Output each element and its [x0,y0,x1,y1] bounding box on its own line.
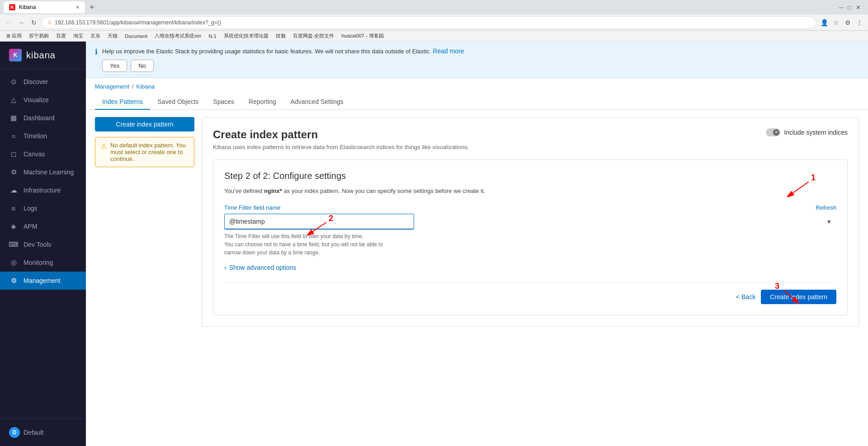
bookmark-tianmao[interactable]: 天猫 [105,32,120,40]
bookmark-system[interactable]: 系统优化技术理论题 [221,32,271,40]
chevron-down-icon: ▼ [826,219,832,225]
bookmark-suning[interactable]: 苏宁易购 [26,32,52,40]
sidebar-label-timelion: Timelion [24,132,47,140]
url-text: 192.168.153.179:5601/app/kibana#/managem… [55,19,221,26]
sidebar-label-monitoring: Monitoring [24,259,53,266]
show-advanced-label: Show advanced options [229,264,297,271]
apps-icon: ⊞ [6,33,10,39]
url-bar[interactable]: ⚠ 192.168.153.179:5601/app/kibana#/manag… [42,16,816,29]
visualize-icon: △ [9,95,18,104]
sidebar-item-logs[interactable]: ≡ Logs [0,199,86,217]
sidebar-item-visualize[interactable]: △ Visualize [0,91,86,109]
refresh-link[interactable]: Refresh [816,204,836,211]
maximize-button[interactable]: □ [848,4,851,11]
sidebar-label-logs: Logs [24,205,37,212]
back-button[interactable]: < Back [736,293,755,300]
minimize-button[interactable]: ─ [839,4,843,11]
sidebar-item-timelion[interactable]: ≈ Timelion [0,127,86,145]
include-system-label: Include system indices [784,129,848,136]
sidebar-item-machine-learning[interactable]: ⚙ Machine Learning [0,163,86,181]
sidebar-item-dashboard[interactable]: ▦ Dashboard [0,109,86,127]
include-system-toggle-group: ✕ Include system indices [766,128,848,136]
tab-advanced-settings[interactable]: Advanced Settings [283,94,351,110]
tab-spaces[interactable]: Spaces [206,94,241,110]
breadcrumb-separator: / [132,83,134,90]
tab-reporting[interactable]: Reporting [241,94,283,110]
yes-button[interactable]: Yes [102,60,127,72]
extensions-button[interactable]: ⚙ [843,18,853,28]
bookmark-jimai[interactable]: 技魅 [273,32,288,40]
warning-icon: ⚠ [101,142,107,162]
sidebar-item-management[interactable]: ⚙ Management [0,272,86,290]
timestamp-select[interactable]: @timestamp [224,214,414,230]
hint-line1: The Time Filter will use this field to f… [224,233,363,239]
sidebar-label-dashboard: Dashboard [24,114,55,122]
forward-navigation-button[interactable]: → [16,18,26,28]
bookmark-baidupan[interactable]: 百度网盘-全部文件 [290,32,337,40]
sidebar-user-item[interactable]: D Default [0,423,86,442]
bookmark-jd[interactable]: 京东 [88,32,103,40]
close-button[interactable]: ✕ [856,4,861,11]
sidebar-label-canvas: Canvas [24,150,45,158]
include-system-toggle[interactable]: ✕ [766,128,780,136]
breadcrumb-current-link[interactable]: Kibana [137,83,155,90]
form-title: Create index pattern [213,128,766,141]
notification-text: Help us improve the Elastic Stack by pro… [102,48,431,55]
bookmark-button[interactable]: ☆ [831,18,841,28]
bookmark-apps[interactable]: ⊞ 应用 [4,32,24,40]
sidebar-label-apm: APM [24,223,37,230]
step-description: You've defined nginx* as your index patt… [224,187,836,196]
read-more-link[interactable]: Read more [433,47,464,55]
new-tab-button[interactable]: + [85,1,99,14]
sidebar-item-dev-tools[interactable]: ⌨ Dev Tools [0,235,86,254]
sidebar-item-infrastructure[interactable]: ☁ Infrastructure [0,181,86,199]
sidebar-item-discover[interactable]: ⊙ Discover [0,73,86,91]
sidebar-item-canvas[interactable]: ◻ Canvas [0,145,86,163]
tab-saved-objects[interactable]: Saved Objects [150,94,206,110]
user-profile-button[interactable]: 👤 [819,18,829,28]
bookmark-n1[interactable]: N.1 [206,33,219,39]
breadcrumb-management-link[interactable]: Management [95,83,129,90]
bookmark-huazai[interactable]: huazai007 - 博客园 [339,32,387,40]
step-title: Step 2 of 2: Configure settings [224,171,836,181]
notification-buttons: Yes No [102,60,464,72]
monitoring-icon: ◎ [9,258,18,267]
form-footer: < Back Create index pattern [224,282,836,304]
show-advanced-options[interactable]: › Show advanced options [224,264,836,271]
tab-index-patterns[interactable]: Index Patterns [95,94,150,110]
browser-tab[interactable]: K Kibana ✕ [4,1,85,13]
bookmark-baidu[interactable]: 百度 [53,32,69,40]
create-index-pattern-submit-button[interactable]: Create index pattern [761,290,836,304]
field-label-row: Time Filter field name Refresh [224,204,836,211]
infrastructure-icon: ☁ [9,186,18,195]
lock-icon: ⚠ [47,19,52,25]
hint-line2: You can choose not to have a time field,… [224,241,383,248]
sidebar: K kibana ⊙ Discover △ Visualize ▦ Dashbo… [0,42,86,446]
logs-icon: ≡ [9,204,18,213]
notification-banner: ℹ Help us improve the Elastic Stack by p… [86,42,868,78]
sidebar-item-monitoring[interactable]: ◎ Monitoring [0,254,86,272]
sidebar-label-discover: Discover [24,78,48,85]
warning-box: ⚠ No default index pattern. You must sel… [95,137,194,167]
no-button[interactable]: No [131,60,154,72]
kibana-brand-text: kibana [26,50,56,61]
create-index-pattern-button[interactable]: Create index pattern [95,117,194,131]
bookmark-bawei[interactable]: 八维在线考试系统ser [152,32,204,40]
step-desc-prefix: You've defined [224,188,264,194]
form-header-text: Create index pattern Kibana uses index p… [213,128,766,150]
reload-button[interactable]: ↻ [29,18,39,28]
bookmark-document[interactable]: Document [122,33,150,39]
chevron-right-icon: › [224,264,226,271]
sidebar-label-machine-learning: Machine Learning [24,169,74,176]
tab-close-icon[interactable]: ✕ [75,5,80,10]
menu-button[interactable]: ⋮ [854,18,864,28]
tab-title: Kibana [19,4,36,10]
back-navigation-button[interactable]: ← [4,18,14,28]
browser-actions: 👤 ☆ ⚙ ⋮ [819,18,864,28]
kibana-favicon: K [9,4,15,10]
bookmark-taobao[interactable]: 淘宝 [71,32,86,40]
sidebar-item-apm[interactable]: ◈ APM [0,217,86,235]
content-area: Create index pattern ⚠ No default index … [86,110,868,334]
sidebar-bottom: D Default [0,418,86,446]
sidebar-label-visualize: Visualize [24,96,49,103]
